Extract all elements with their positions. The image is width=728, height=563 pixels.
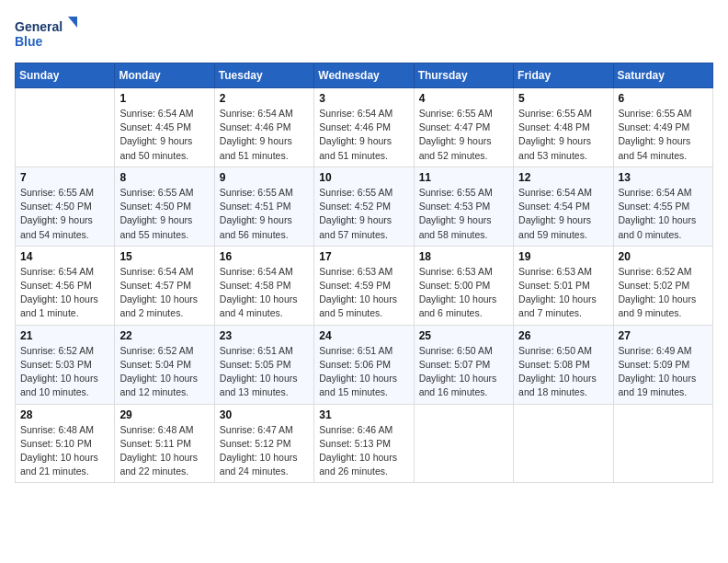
day-info: Sunrise: 6:48 AM Sunset: 5:11 PM Dayligh… bbox=[119, 423, 209, 479]
day-number: 5 bbox=[518, 92, 608, 105]
header-wednesday: Wednesday bbox=[314, 63, 414, 88]
calendar-cell bbox=[613, 404, 712, 483]
calendar-cell: 13Sunrise: 6:54 AM Sunset: 4:55 PM Dayli… bbox=[613, 167, 712, 246]
day-number: 11 bbox=[419, 171, 508, 184]
day-number: 14 bbox=[20, 250, 109, 263]
calendar-cell: 23Sunrise: 6:51 AM Sunset: 5:05 PM Dayli… bbox=[214, 325, 313, 404]
week-row-4: 21Sunrise: 6:52 AM Sunset: 5:03 PM Dayli… bbox=[16, 325, 713, 404]
day-number: 24 bbox=[319, 329, 408, 342]
calendar-cell: 1Sunrise: 6:54 AM Sunset: 4:45 PM Daylig… bbox=[115, 88, 214, 167]
calendar-cell: 27Sunrise: 6:49 AM Sunset: 5:09 PM Dayli… bbox=[613, 325, 712, 404]
calendar-cell: 4Sunrise: 6:55 AM Sunset: 4:47 PM Daylig… bbox=[414, 88, 513, 167]
calendar-cell: 9Sunrise: 6:55 AM Sunset: 4:51 PM Daylig… bbox=[214, 167, 313, 246]
day-info: Sunrise: 6:53 AM Sunset: 5:00 PM Dayligh… bbox=[419, 265, 508, 321]
calendar-cell: 30Sunrise: 6:47 AM Sunset: 5:12 PM Dayli… bbox=[214, 404, 313, 483]
day-number: 9 bbox=[220, 171, 309, 184]
calendar-cell: 6Sunrise: 6:55 AM Sunset: 4:49 PM Daylig… bbox=[613, 88, 712, 167]
calendar-cell: 16Sunrise: 6:54 AM Sunset: 4:58 PM Dayli… bbox=[214, 246, 313, 325]
calendar-cell: 29Sunrise: 6:48 AM Sunset: 5:11 PM Dayli… bbox=[115, 404, 214, 483]
header-monday: Monday bbox=[115, 63, 214, 88]
day-number: 22 bbox=[119, 329, 209, 342]
day-number: 1 bbox=[119, 92, 209, 105]
calendar-cell: 25Sunrise: 6:50 AM Sunset: 5:07 PM Dayli… bbox=[414, 325, 513, 404]
week-row-2: 7Sunrise: 6:55 AM Sunset: 4:50 PM Daylig… bbox=[16, 167, 713, 246]
day-info: Sunrise: 6:48 AM Sunset: 5:10 PM Dayligh… bbox=[20, 423, 109, 479]
day-info: Sunrise: 6:55 AM Sunset: 4:48 PM Dayligh… bbox=[518, 107, 608, 163]
day-number: 20 bbox=[619, 250, 708, 263]
svg-text:General: General bbox=[15, 19, 63, 34]
week-row-3: 14Sunrise: 6:54 AM Sunset: 4:56 PM Dayli… bbox=[16, 246, 713, 325]
day-info: Sunrise: 6:54 AM Sunset: 4:46 PM Dayligh… bbox=[319, 107, 408, 163]
day-info: Sunrise: 6:47 AM Sunset: 5:12 PM Dayligh… bbox=[220, 423, 309, 479]
day-number: 27 bbox=[619, 329, 708, 342]
day-number: 26 bbox=[518, 329, 608, 342]
calendar-cell: 7Sunrise: 6:55 AM Sunset: 4:50 PM Daylig… bbox=[16, 167, 115, 246]
day-info: Sunrise: 6:52 AM Sunset: 5:03 PM Dayligh… bbox=[20, 344, 109, 400]
header-sunday: Sunday bbox=[16, 63, 115, 88]
day-info: Sunrise: 6:54 AM Sunset: 4:54 PM Dayligh… bbox=[518, 186, 608, 242]
day-info: Sunrise: 6:54 AM Sunset: 4:46 PM Dayligh… bbox=[220, 107, 309, 163]
day-number: 28 bbox=[20, 408, 109, 421]
calendar-cell: 14Sunrise: 6:54 AM Sunset: 4:56 PM Dayli… bbox=[16, 246, 115, 325]
day-number: 21 bbox=[20, 329, 109, 342]
day-info: Sunrise: 6:55 AM Sunset: 4:52 PM Dayligh… bbox=[319, 186, 408, 242]
calendar-header-row: SundayMondayTuesdayWednesdayThursdayFrid… bbox=[16, 63, 713, 88]
day-info: Sunrise: 6:49 AM Sunset: 5:09 PM Dayligh… bbox=[619, 344, 708, 400]
day-number: 30 bbox=[220, 408, 309, 421]
day-number: 25 bbox=[419, 329, 508, 342]
svg-marker-2 bbox=[68, 17, 77, 28]
header-saturday: Saturday bbox=[613, 63, 712, 88]
day-number: 13 bbox=[619, 171, 708, 184]
day-info: Sunrise: 6:51 AM Sunset: 5:06 PM Dayligh… bbox=[319, 344, 408, 400]
logo: General Blue bbox=[15, 15, 79, 52]
day-info: Sunrise: 6:55 AM Sunset: 4:51 PM Dayligh… bbox=[220, 186, 309, 242]
day-number: 4 bbox=[419, 92, 508, 105]
day-number: 15 bbox=[119, 250, 209, 263]
day-number: 12 bbox=[518, 171, 608, 184]
week-row-5: 28Sunrise: 6:48 AM Sunset: 5:10 PM Dayli… bbox=[16, 404, 713, 483]
calendar-cell: 17Sunrise: 6:53 AM Sunset: 4:59 PM Dayli… bbox=[314, 246, 414, 325]
day-number: 2 bbox=[220, 92, 309, 105]
day-info: Sunrise: 6:52 AM Sunset: 5:02 PM Dayligh… bbox=[619, 265, 708, 321]
calendar-cell: 21Sunrise: 6:52 AM Sunset: 5:03 PM Dayli… bbox=[16, 325, 115, 404]
day-info: Sunrise: 6:50 AM Sunset: 5:07 PM Dayligh… bbox=[419, 344, 508, 400]
day-info: Sunrise: 6:55 AM Sunset: 4:50 PM Dayligh… bbox=[119, 186, 209, 242]
calendar-cell: 12Sunrise: 6:54 AM Sunset: 4:54 PM Dayli… bbox=[514, 167, 613, 246]
calendar-cell: 18Sunrise: 6:53 AM Sunset: 5:00 PM Dayli… bbox=[414, 246, 513, 325]
week-row-1: 1Sunrise: 6:54 AM Sunset: 4:45 PM Daylig… bbox=[16, 88, 713, 167]
day-number: 17 bbox=[319, 250, 408, 263]
day-number: 16 bbox=[220, 250, 309, 263]
day-info: Sunrise: 6:52 AM Sunset: 5:04 PM Dayligh… bbox=[119, 344, 209, 400]
calendar-table: SundayMondayTuesdayWednesdayThursdayFrid… bbox=[15, 63, 713, 483]
day-number: 19 bbox=[518, 250, 608, 263]
day-info: Sunrise: 6:54 AM Sunset: 4:56 PM Dayligh… bbox=[20, 265, 109, 321]
calendar-cell bbox=[16, 88, 115, 167]
calendar-cell: 15Sunrise: 6:54 AM Sunset: 4:57 PM Dayli… bbox=[115, 246, 214, 325]
calendar-cell: 20Sunrise: 6:52 AM Sunset: 5:02 PM Dayli… bbox=[613, 246, 712, 325]
day-number: 23 bbox=[220, 329, 309, 342]
day-number: 6 bbox=[619, 92, 708, 105]
day-number: 29 bbox=[119, 408, 209, 421]
day-info: Sunrise: 6:54 AM Sunset: 4:57 PM Dayligh… bbox=[119, 265, 209, 321]
day-number: 7 bbox=[20, 171, 109, 184]
day-number: 31 bbox=[319, 408, 408, 421]
day-info: Sunrise: 6:55 AM Sunset: 4:50 PM Dayligh… bbox=[20, 186, 109, 242]
day-info: Sunrise: 6:53 AM Sunset: 5:01 PM Dayligh… bbox=[518, 265, 608, 321]
day-info: Sunrise: 6:50 AM Sunset: 5:08 PM Dayligh… bbox=[518, 344, 608, 400]
calendar-cell: 31Sunrise: 6:46 AM Sunset: 5:13 PM Dayli… bbox=[314, 404, 414, 483]
page-header: General Blue bbox=[15, 15, 713, 52]
day-number: 18 bbox=[419, 250, 508, 263]
day-info: Sunrise: 6:54 AM Sunset: 4:55 PM Dayligh… bbox=[619, 186, 708, 242]
day-number: 8 bbox=[119, 171, 209, 184]
day-info: Sunrise: 6:54 AM Sunset: 4:58 PM Dayligh… bbox=[220, 265, 309, 321]
calendar-cell bbox=[514, 404, 613, 483]
calendar-cell: 28Sunrise: 6:48 AM Sunset: 5:10 PM Dayli… bbox=[16, 404, 115, 483]
calendar-cell: 26Sunrise: 6:50 AM Sunset: 5:08 PM Dayli… bbox=[514, 325, 613, 404]
day-info: Sunrise: 6:51 AM Sunset: 5:05 PM Dayligh… bbox=[220, 344, 309, 400]
calendar-cell: 11Sunrise: 6:55 AM Sunset: 4:53 PM Dayli… bbox=[414, 167, 513, 246]
logo-svg: General Blue bbox=[15, 15, 79, 52]
day-number: 10 bbox=[319, 171, 408, 184]
header-thursday: Thursday bbox=[414, 63, 513, 88]
day-info: Sunrise: 6:54 AM Sunset: 4:45 PM Dayligh… bbox=[119, 107, 209, 163]
calendar-cell: 22Sunrise: 6:52 AM Sunset: 5:04 PM Dayli… bbox=[115, 325, 214, 404]
